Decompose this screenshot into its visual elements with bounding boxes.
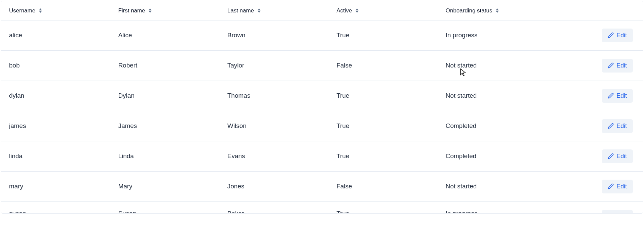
cell-username: bob <box>1 50 110 81</box>
cell-onboarding-status: In progress <box>438 201 553 213</box>
column-header-username[interactable]: Username <box>1 1 110 20</box>
cell-active: True <box>328 141 437 171</box>
edit-button-label: Edit <box>616 32 627 39</box>
cell-active: False <box>328 171 437 201</box>
cell-first-name: James <box>110 111 219 141</box>
column-header-actions <box>553 1 643 20</box>
pencil-icon <box>608 62 614 69</box>
cell-username: mary <box>1 171 110 201</box>
cell-username: james <box>1 111 110 141</box>
column-label: Last name <box>227 7 254 14</box>
sort-icon <box>496 8 499 13</box>
sort-icon <box>149 8 152 13</box>
table-row: dylanDylanThomasTrueNot startedEdit <box>1 81 643 111</box>
pencil-icon <box>608 93 614 99</box>
cell-active: True <box>328 20 437 50</box>
edit-button[interactable]: Edit <box>602 89 633 103</box>
column-label: Active <box>336 7 352 14</box>
cell-first-name: Susan <box>110 201 219 213</box>
cell-username: alice <box>1 20 110 50</box>
users-table-wrapper: Username First name Last name <box>1 1 643 214</box>
sort-icon <box>258 8 261 13</box>
edit-button[interactable]: Edit <box>602 119 633 133</box>
cell-last-name: Evans <box>219 141 328 171</box>
edit-button[interactable]: Edit <box>602 180 633 193</box>
cell-onboarding-status: Completed <box>438 111 553 141</box>
column-label: First name <box>118 7 145 14</box>
table-row: maryMaryJonesFalseNot startedEdit <box>1 171 643 201</box>
cell-actions: Edit <box>553 50 643 81</box>
column-header-onboarding-status[interactable]: Onboarding status <box>438 1 553 20</box>
edit-button[interactable]: Edit <box>602 59 633 73</box>
column-label: Onboarding status <box>446 7 492 14</box>
pencil-icon <box>608 153 614 159</box>
edit-button[interactable]: Edit <box>602 29 633 42</box>
edit-button-label: Edit <box>616 123 627 130</box>
edit-button[interactable]: Edit <box>602 149 633 163</box>
table-row: aliceAliceBrownTrueIn progressEdit <box>1 20 643 50</box>
cell-onboarding-status: Not started <box>438 171 553 201</box>
cell-active: True <box>328 81 437 111</box>
edit-button-label: Edit <box>616 153 627 160</box>
column-header-last-name[interactable]: Last name <box>219 1 328 20</box>
cell-first-name: Alice <box>110 20 219 50</box>
cell-actions: Edit <box>553 201 643 213</box>
pencil-icon <box>608 32 614 38</box>
cell-onboarding-status: Not started <box>438 50 553 81</box>
column-header-active[interactable]: Active <box>328 1 437 20</box>
table-row: jamesJamesWilsonTrueCompletedEdit <box>1 111 643 141</box>
cell-onboarding-status: Completed <box>438 141 553 171</box>
table-row: lindaLindaEvansTrueCompletedEdit <box>1 141 643 171</box>
cell-active: False <box>328 50 437 81</box>
cell-username: susan <box>1 201 110 213</box>
cell-last-name: Baker <box>219 201 328 213</box>
edit-button-label: Edit <box>616 62 627 69</box>
cell-last-name: Taylor <box>219 50 328 81</box>
cell-active: True <box>328 111 437 141</box>
cell-actions: Edit <box>553 141 643 171</box>
cell-actions: Edit <box>553 111 643 141</box>
pencil-icon <box>608 183 614 189</box>
cell-onboarding-status: In progress <box>438 20 553 50</box>
cell-actions: Edit <box>553 171 643 201</box>
cell-last-name: Jones <box>219 171 328 201</box>
users-table: Username First name Last name <box>1 1 643 213</box>
cell-last-name: Brown <box>219 20 328 50</box>
cell-first-name: Robert <box>110 50 219 81</box>
edit-button-label: Edit <box>616 92 627 99</box>
cell-actions: Edit <box>553 20 643 50</box>
cell-actions: Edit <box>553 81 643 111</box>
column-label: Username <box>9 7 35 14</box>
cell-last-name: Thomas <box>219 81 328 111</box>
edit-button-label: Edit <box>616 183 627 190</box>
sort-icon <box>39 8 42 13</box>
cell-active: True <box>328 201 437 213</box>
pencil-icon <box>608 123 614 129</box>
sort-icon <box>356 8 359 13</box>
column-header-first-name[interactable]: First name <box>110 1 219 20</box>
cell-last-name: Wilson <box>219 111 328 141</box>
table-row: bobRobertTaylorFalseNot startedEdit <box>1 50 643 81</box>
cell-onboarding-status: Not started <box>438 81 553 111</box>
cell-first-name: Linda <box>110 141 219 171</box>
cell-first-name: Dylan <box>110 81 219 111</box>
table-row: susanSusanBakerTrueIn progressEdit <box>1 201 643 213</box>
cell-username: dylan <box>1 81 110 111</box>
cell-username: linda <box>1 141 110 171</box>
edit-button[interactable]: Edit <box>602 210 633 213</box>
cell-first-name: Mary <box>110 171 219 201</box>
table-header-row: Username First name Last name <box>1 1 643 20</box>
